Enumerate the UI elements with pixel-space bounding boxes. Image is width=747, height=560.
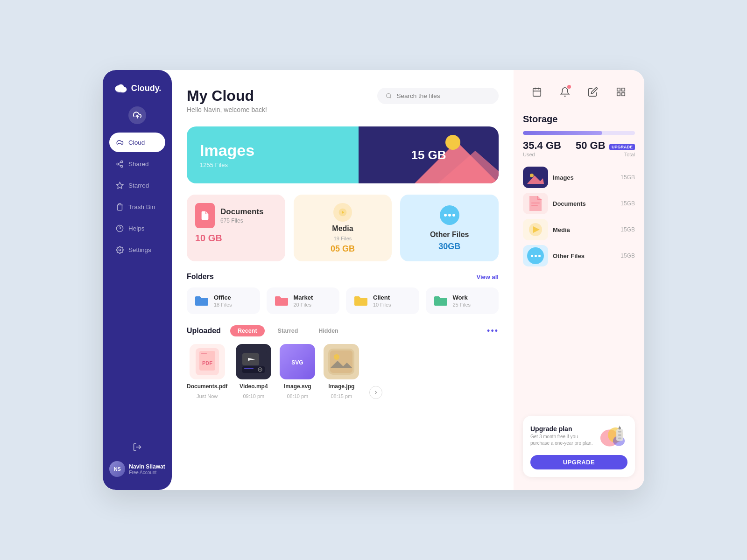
documents-files: 675 Files — [220, 217, 264, 224]
banner-category: Images — [200, 141, 345, 160]
category-cards: Documents 675 Files 10 GB Media — [187, 195, 499, 261]
storage-other-name: Other Files — [553, 252, 585, 259]
banner-size: 15 GB — [411, 148, 446, 162]
tab-hidden[interactable]: Hidden — [311, 325, 345, 336]
storage-media-icon — [528, 222, 543, 238]
grid-icon — [616, 87, 626, 97]
storage-fill — [523, 131, 602, 135]
svg-marker-15 — [116, 182, 123, 188]
file-documents-pdf[interactable]: PDF Documents.pdf Just Now — [187, 344, 227, 399]
storage-item-other[interactable]: Other Files 15GB — [523, 245, 635, 266]
file-svg-time: 08:10 pm — [287, 393, 308, 399]
sidebar-settings-label: Settings — [128, 246, 151, 253]
folder-client[interactable]: Client 10 Files — [346, 287, 419, 314]
storage-total-label: Total — [576, 152, 635, 157]
upgrade-button[interactable]: UPGRADE — [530, 455, 627, 469]
page-title: My Cloud — [187, 88, 267, 104]
other-files-card[interactable]: Other Files 30GB — [400, 195, 499, 261]
other-icon — [440, 205, 459, 225]
sidebar-item-settings[interactable]: Settings — [109, 240, 165, 259]
svg-line-21 — [390, 97, 391, 98]
folder-icon — [433, 294, 448, 308]
edit-button[interactable] — [584, 83, 602, 101]
logout-button[interactable] — [130, 440, 145, 455]
sidebar-item-starred[interactable]: Starred — [109, 175, 165, 195]
media-card[interactable]: Media 19 Files 05 GB — [294, 195, 392, 261]
svg-marker-55 — [527, 175, 544, 184]
svg-point-22 — [445, 135, 460, 150]
upgrade-badge[interactable]: UPGRADE — [609, 144, 635, 150]
folder-work[interactable]: Work 25 Files — [426, 287, 499, 314]
storage-section: Storage 35.4 GB Used 50 GB UPGRADE Total — [523, 114, 635, 157]
file-video-mp4[interactable]: Video.mp4 09:10 pm — [236, 344, 271, 399]
main-content: My Cloud Hello Navin, welcome back! Imag… — [172, 70, 514, 490]
media-size: 05 GB — [331, 244, 355, 254]
sidebar-item-helps[interactable]: Helps — [109, 218, 165, 238]
storage-item-images[interactable]: Images 15GB — [523, 167, 635, 188]
storage-docs-name: Documents — [553, 200, 586, 207]
right-panel: Storage 35.4 GB Used 50 GB UPGRADE Total — [514, 70, 644, 490]
tab-starred[interactable]: Starred — [270, 325, 306, 336]
svg-point-43 — [334, 354, 339, 360]
notification-badge — [567, 85, 571, 89]
storage-images-icon — [527, 171, 544, 184]
svg-rect-50 — [617, 88, 620, 91]
svg-rect-32 — [201, 353, 207, 354]
folder-client-files: 10 Files — [373, 302, 391, 308]
app-name: Cloudy. — [131, 84, 162, 93]
search-input[interactable] — [396, 92, 490, 99]
file-image-jpg[interactable]: Image.jpg 08:15 pm — [324, 344, 359, 399]
view-all-link[interactable]: View all — [477, 273, 499, 280]
svg-point-10 — [121, 161, 123, 162]
folder-market[interactable]: Market 20 Files — [267, 287, 340, 314]
storage-bar — [523, 131, 635, 135]
jpg-thumb — [328, 349, 354, 375]
notifications-button[interactable] — [556, 83, 574, 101]
file-pdf-time: Just Now — [197, 393, 218, 399]
folder-client-name: Client — [373, 294, 391, 301]
documents-card[interactable]: Documents 675 Files 10 GB — [187, 195, 285, 261]
sidebar-shared-label: Shared — [128, 161, 149, 168]
sidebar-starred-label: Starred — [128, 182, 149, 189]
svg-point-11 — [117, 163, 119, 165]
svg-point-9 — [120, 143, 121, 144]
files-next-arrow[interactable] — [369, 386, 382, 399]
storage-used-label: Used — [523, 152, 561, 157]
svg-point-8 — [119, 143, 120, 144]
puzzle-illustration — [598, 423, 627, 448]
folder-icon — [353, 294, 368, 308]
avatar-initials: NS — [114, 466, 121, 472]
sidebar-item-shared[interactable]: Shared — [109, 154, 165, 174]
storage-media-size: 15GB — [620, 226, 635, 233]
storage-used: 35.4 GB — [523, 140, 561, 152]
storage-media-name: Media — [553, 226, 570, 233]
svg-rect-51 — [622, 88, 625, 91]
storage-item-documents[interactable]: Documents 15GB — [523, 193, 635, 214]
grid-button[interactable] — [612, 83, 630, 101]
file-image-svg[interactable]: SVG Image.svg 08:10 pm — [280, 344, 315, 399]
tab-recent[interactable]: Recent — [230, 325, 265, 336]
file-video-time: 09:10 pm — [243, 393, 264, 399]
svg-text:SVG: SVG — [292, 359, 303, 366]
main-header: My Cloud Hello Navin, welcome back! — [187, 88, 499, 113]
calendar-button[interactable] — [528, 83, 546, 101]
storage-item-media[interactable]: Media 15GB — [523, 219, 635, 240]
video-thumb-icon — [240, 349, 267, 375]
more-options[interactable]: ••• — [487, 326, 499, 336]
storage-docs-size: 15GB — [620, 200, 635, 207]
storage-title: Storage — [523, 114, 635, 125]
sidebar-item-cloud[interactable]: Cloud — [109, 133, 165, 152]
media-files: 19 Files — [334, 236, 352, 241]
svg-rect-57 — [531, 205, 538, 206]
calendar-icon — [532, 87, 542, 97]
upgrade-desc: Get 3 month free if you purchase a one-y… — [530, 434, 594, 447]
svg-point-20 — [387, 93, 391, 98]
user-profile[interactable]: NS Navin Silawat Free Account — [109, 461, 165, 477]
search-bar[interactable] — [377, 88, 499, 104]
uploaded-title: Uploaded — [187, 327, 221, 335]
banner-right: 15 GB — [359, 126, 499, 183]
cloud-logo-icon — [113, 83, 128, 93]
folder-office[interactable]: Office 18 Files — [187, 287, 260, 314]
upload-button[interactable] — [128, 106, 146, 124]
sidebar-item-trash[interactable]: Trash Bin — [109, 197, 165, 217]
